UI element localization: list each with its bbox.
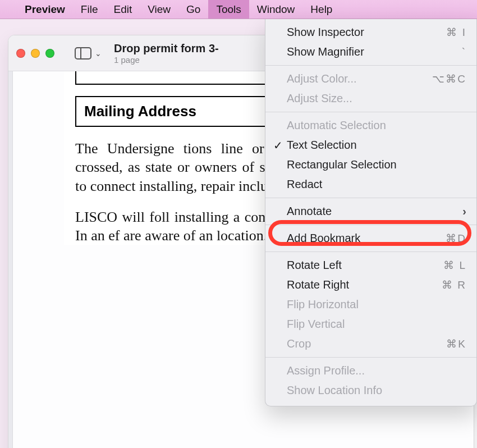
menu-view[interactable]: View — [140, 0, 178, 19]
menu-item-adjust-color: Adjust Color...⌥⌘C — [265, 69, 476, 89]
menu-separator — [265, 198, 476, 198]
menu-item-redact[interactable]: Redact — [265, 175, 476, 194]
chevron-down-icon: ⌄ — [95, 49, 102, 58]
menu-shortcut: ⌘ I — [433, 26, 466, 39]
menu-shortcut: ` — [433, 46, 466, 58]
menu-window[interactable]: Window — [249, 0, 303, 19]
menu-item-text-selection[interactable]: ✓Text Selection — [265, 135, 476, 155]
menu-item-show-location-info: Show Location Info — [265, 381, 476, 400]
traffic-light-minimize[interactable] — [31, 49, 40, 58]
menubar-app[interactable]: Preview — [17, 0, 73, 19]
menu-item-rotate-left[interactable]: Rotate Left⌘ L — [265, 255, 476, 275]
menu-item-label: Rotate Left — [287, 259, 433, 272]
menu-tools[interactable]: Tools — [208, 0, 249, 19]
chevron-right-icon: › — [462, 205, 466, 218]
tools-menu: Show Inspector⌘ IShow Magnifier`Adjust C… — [265, 19, 477, 406]
menu-item-label: Assign Profile... — [287, 364, 433, 377]
menu-item-label: Automatic Selection — [287, 119, 433, 132]
menu-separator — [265, 252, 476, 252]
menu-item-label: Rotate Right — [287, 278, 433, 291]
menu-edit[interactable]: Edit — [106, 0, 140, 19]
menu-item-label: Adjust Size... — [287, 92, 433, 105]
menu-item-automatic-selection: Automatic Selection — [265, 116, 476, 135]
sidebar-icon — [75, 47, 91, 60]
menu-item-assign-profile: Assign Profile... — [265, 361, 476, 381]
menu-item-show-magnifier[interactable]: Show Magnifier` — [265, 42, 476, 62]
menu-separator — [265, 112, 476, 112]
check-icon: ✓ — [273, 139, 283, 152]
left-gutter — [8, 71, 13, 448]
menu-item-label: Annotate — [287, 205, 462, 218]
menu-item-add-bookmark[interactable]: Add Bookmark⌘D — [265, 228, 476, 248]
menu-item-rectangular-selection[interactable]: Rectangular Selection — [265, 155, 476, 175]
traffic-light-zoom[interactable] — [45, 49, 54, 58]
menu-item-label: Flip Vertical — [287, 318, 433, 331]
menu-separator — [265, 65, 476, 66]
menubar: Preview File Edit View Go Tools Window H… — [0, 0, 477, 19]
window-title: Drop permit form 3- — [114, 42, 219, 55]
menu-item-show-inspector[interactable]: Show Inspector⌘ I — [265, 22, 476, 42]
menu-help[interactable]: Help — [302, 0, 340, 19]
menu-shortcut: ⌥⌘C — [432, 72, 466, 85]
menu-item-crop: Crop⌘K — [265, 334, 476, 354]
menu-separator — [265, 225, 476, 225]
menu-shortcut: ⌘ L — [433, 259, 466, 272]
menu-item-label: Show Inspector — [287, 26, 433, 39]
menu-item-label: Adjust Color... — [287, 72, 432, 85]
menu-go[interactable]: Go — [178, 0, 208, 19]
sidebar-toggle-button[interactable]: ⌄ — [75, 47, 102, 60]
menu-item-adjust-size: Adjust Size... — [265, 89, 476, 108]
menu-shortcut: ⌘D — [433, 232, 466, 245]
menu-item-label: Rectangular Selection — [287, 158, 433, 171]
menu-file[interactable]: File — [73, 0, 106, 19]
menu-item-rotate-right[interactable]: Rotate Right⌘ R — [265, 275, 476, 295]
window-subtitle: 1 page — [114, 55, 219, 65]
svg-rect-0 — [75, 48, 91, 59]
menu-separator — [265, 357, 476, 358]
traffic-light-close[interactable] — [16, 49, 25, 58]
menu-shortcut: ⌘ R — [433, 278, 466, 291]
menu-item-label: Add Bookmark — [287, 232, 433, 245]
menu-item-label: Show Location Info — [287, 384, 433, 397]
menu-item-label: Flip Horizontal — [287, 298, 433, 311]
menu-item-label: Redact — [287, 178, 433, 191]
menu-item-flip-horizontal: Flip Horizontal — [265, 295, 476, 314]
menu-item-annotate[interactable]: Annotate› — [265, 202, 476, 221]
menu-item-label: Show Magnifier — [287, 45, 433, 58]
menu-item-flip-vertical: Flip Vertical — [265, 314, 476, 334]
menu-item-label: Crop — [287, 337, 433, 350]
menu-item-label: Text Selection — [287, 139, 433, 152]
menu-shortcut: ⌘K — [433, 337, 466, 350]
